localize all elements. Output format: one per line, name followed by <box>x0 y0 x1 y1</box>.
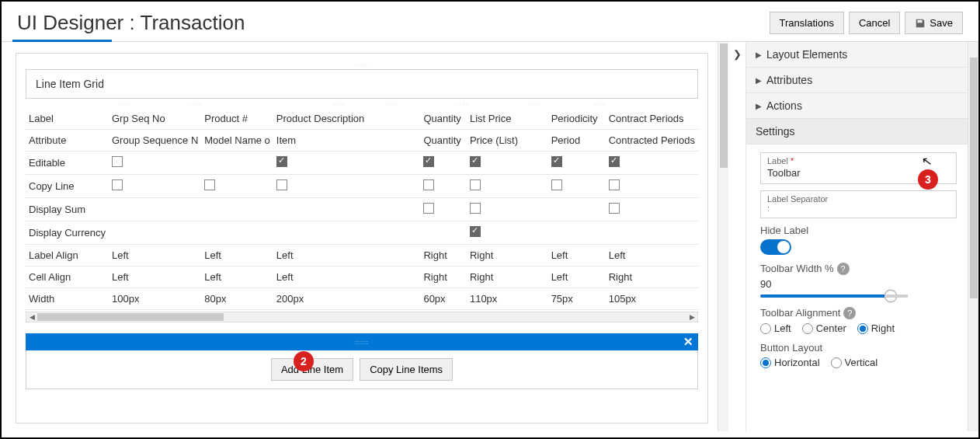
checkbox[interactable] <box>551 179 562 190</box>
caret-right-icon: ▶ <box>756 102 762 110</box>
cell: Left <box>109 267 201 288</box>
header-buttons: Translations Cancel Save <box>770 12 963 34</box>
row-copy-line: Copy Line <box>26 175 698 198</box>
cell: Product Description <box>273 108 421 130</box>
accordion-actions[interactable]: ▶Actions <box>746 93 968 119</box>
cell: Product # <box>201 108 273 130</box>
cell: 200px <box>273 288 421 310</box>
rowhead-sum: Display Sum <box>26 198 109 221</box>
accordion-label: Actions <box>766 99 802 112</box>
scroll-thumb[interactable] <box>37 313 224 321</box>
toolbar-width-label: Toolbar Width %? <box>760 263 957 275</box>
scroll-right-icon[interactable]: ▶ <box>686 313 697 321</box>
scroll-thumb[interactable] <box>720 44 728 168</box>
drag-grip-icon[interactable]: :::::: <box>26 63 698 69</box>
selected-toolbar-bar[interactable]: :::::: ✕ <box>26 333 698 350</box>
scroll-track[interactable] <box>37 312 686 322</box>
translations-button[interactable]: Translations <box>770 12 844 34</box>
drag-grip-icon[interactable]: :::::: <box>355 340 369 345</box>
row-display-sum: Display Sum <box>26 198 698 221</box>
help-icon[interactable]: ? <box>843 307 856 319</box>
checkbox[interactable] <box>609 179 620 190</box>
cell: 105px <box>606 288 698 310</box>
cell: 100px <box>109 288 201 310</box>
cell: Item <box>273 130 421 152</box>
button-layout-radios: Horizontal Vertical <box>760 357 957 368</box>
checkbox[interactable] <box>112 156 123 167</box>
cell: Right <box>420 245 467 267</box>
checkbox[interactable] <box>423 156 434 167</box>
radio-left[interactable]: Left <box>760 322 791 334</box>
radio-label: Left <box>774 322 791 334</box>
side-panel: ▶Layout Elements ▶Attributes ▶Actions Se… <box>745 42 978 431</box>
slider-thumb[interactable] <box>884 290 897 302</box>
radio-center[interactable]: Center <box>802 322 846 334</box>
horizontal-scrollbar[interactable]: ◀ ▶ <box>26 312 698 322</box>
accordion-layout-elements[interactable]: ▶Layout Elements <box>746 42 968 68</box>
side-inner: ▶Layout Elements ▶Attributes ▶Actions Se… <box>745 42 968 431</box>
radio-label: Right <box>871 322 895 334</box>
checkbox[interactable] <box>470 179 481 190</box>
annotation-badge-2: 2 <box>294 351 314 371</box>
radio-right[interactable]: Right <box>857 322 895 334</box>
radio-horizontal[interactable]: Horizontal <box>760 357 820 368</box>
scroll-left-icon[interactable]: ◀ <box>26 313 37 321</box>
cell: Left <box>548 267 606 288</box>
label-separator-field[interactable]: Label Separator : <box>760 190 957 218</box>
row-label: Label Grp Seq No Product # Product Descr… <box>26 108 698 130</box>
caret-right-icon: ▶ <box>756 51 762 59</box>
rowhead-copy: Copy Line <box>26 175 109 198</box>
close-icon[interactable]: ✕ <box>683 335 693 349</box>
cell: Left <box>548 245 606 267</box>
cell: Quantity <box>420 130 467 152</box>
checkbox[interactable] <box>470 226 481 237</box>
checkbox[interactable] <box>470 156 481 167</box>
accordion-attributes[interactable]: ▶Attributes <box>746 68 968 93</box>
radio-label: Horizontal <box>774 357 820 368</box>
accordion-settings[interactable]: Settings <box>746 119 968 145</box>
main-panel: :::::: Line Item Grid ::::::::::::::::::… <box>2 42 718 431</box>
label-text: Toolbar Width % <box>760 263 834 274</box>
row-editable: Editable <box>26 152 698 175</box>
cell: Contract Periods <box>606 108 698 130</box>
cancel-button[interactable]: Cancel <box>849 12 900 34</box>
cell: 80px <box>201 288 273 310</box>
button-layout-label: Button Layout <box>760 342 957 354</box>
scroll-thumb[interactable] <box>970 57 978 298</box>
checkbox[interactable] <box>470 203 481 214</box>
checkbox[interactable] <box>112 179 123 190</box>
grid-title[interactable]: Line Item Grid <box>26 69 698 99</box>
cell: Left <box>273 245 421 267</box>
slider-track[interactable] <box>760 294 908 298</box>
hide-label-toggle[interactable] <box>760 239 791 255</box>
cell: Left <box>201 267 273 288</box>
copy-line-items-button[interactable]: Copy Line Items <box>360 358 453 381</box>
row-display-currency: Display Currency <box>26 221 698 245</box>
save-button[interactable]: Save <box>905 12 963 34</box>
checkbox[interactable] <box>551 156 562 167</box>
cell: Contracted Periods <box>606 130 698 152</box>
checkbox[interactable] <box>204 179 215 190</box>
cell: 110px <box>467 288 548 310</box>
radio-icon <box>857 323 868 334</box>
row-attribute: Attribute Group Sequence N Model Name o … <box>26 130 698 152</box>
radio-icon <box>802 323 813 334</box>
checkbox[interactable] <box>276 179 287 190</box>
checkbox[interactable] <box>609 156 620 167</box>
checkbox[interactable] <box>423 179 434 190</box>
main-vertical-scrollbar[interactable] <box>718 42 728 431</box>
page-title: UI Designer : Transaction <box>17 11 245 35</box>
cell: Periodicity <box>548 108 606 130</box>
accordion-label: Layout Elements <box>766 48 847 61</box>
radio-vertical[interactable]: Vertical <box>831 357 878 368</box>
field-value[interactable]: : <box>767 204 950 213</box>
help-icon[interactable]: ? <box>837 263 850 275</box>
toolbar-width-slider[interactable] <box>760 294 957 298</box>
checkbox[interactable] <box>609 203 620 214</box>
toolbar-button-row: Add Line Item Copy Line Items <box>26 350 698 389</box>
checkbox[interactable] <box>423 203 434 214</box>
collapse-side-toggle[interactable]: ❯ <box>728 42 745 431</box>
hide-label-label: Hide Label <box>760 225 957 236</box>
side-vertical-scrollbar[interactable] <box>968 42 978 431</box>
checkbox[interactable] <box>276 156 287 167</box>
